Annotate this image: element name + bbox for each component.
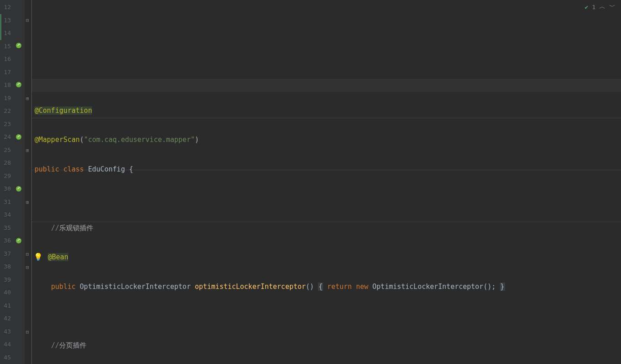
method-separator [32,118,621,118]
fold-expand-icon[interactable]: ⊞ [26,196,29,209]
spring-bean-icon[interactable] [15,237,22,244]
annotation: @Bean [48,253,68,261]
warning-count: 1 [592,4,596,10]
fold-expand-icon[interactable]: ⊞ [26,92,29,106]
class-name: EduConfig [88,165,129,173]
lightbulb-icon[interactable]: 💡 [34,253,43,261]
line-number: 41 [0,299,11,313]
current-line-highlight [32,79,621,92]
line-number: 19 [0,92,11,105]
line-number: 23 [0,118,11,131]
code-line[interactable]: @MapperScan("com.caq.eduservice.mapper") [35,133,621,147]
line-number-gutter: 12 13 14 15 16 17 18 19 22 23 24 25 28 2… [0,0,14,364]
fold-expand-icon[interactable]: ⊞ [26,144,29,157]
line-number: 44 [0,338,11,351]
line-number: 28 [0,157,11,170]
line-number: 31 [0,196,11,209]
code-line[interactable]: //分页插件 [35,339,621,352]
line-number: 38 [0,260,11,273]
line-number: 17 [0,66,11,79]
line-number: 39 [0,273,11,287]
line-number: 42 [0,312,11,325]
line-number: 16 [0,53,11,66]
keyword: public [51,283,80,291]
method-name: optimisticLockerInterceptor [195,283,306,291]
svg-point-2 [16,134,21,140]
svg-point-4 [16,238,21,243]
code-line[interactable]: 💡 @Bean [35,251,621,264]
annotation: @MapperScan [35,136,80,144]
method-separator [32,222,621,222]
code-line[interactable] [35,309,621,323]
chevron-up-icon[interactable]: ︿ [599,3,606,11]
comment: // [51,341,59,349]
line-number: 18 [0,79,11,92]
fold-close-icon[interactable]: ⊟ [26,326,29,339]
line-number: 14 [0,27,11,40]
svg-point-0 [16,43,21,48]
check-icon: ✔ [585,4,588,10]
line-number: 35 [0,222,11,235]
annotation: @Configuration [35,106,92,115]
vcs-change-marker [0,14,1,40]
fold-toggle-icon[interactable]: ⊟ [26,261,29,274]
line-number: 25 [0,144,11,157]
code-line[interactable]: public OptimisticLockerInterceptor optim… [35,280,621,293]
line-number: 43 [0,325,11,339]
spring-bean-icon[interactable] [15,81,22,88]
line-number: 13 [0,14,11,27]
string-literal: "com.caq.eduservice.mapper" [84,136,195,144]
spring-bean-icon[interactable] [15,133,22,141]
spring-bean-icon[interactable] [15,42,22,49]
line-number: 24 [0,131,11,144]
line-number: 22 [0,105,11,118]
line-number: 29 [0,170,11,183]
code-content[interactable]: @Configuration @MapperScan("com.caq.edus… [32,0,621,364]
line-number: 45 [0,351,11,364]
comment: // [51,224,59,232]
svg-point-3 [16,186,21,192]
line-number: 37 [0,248,11,261]
fold-toggle-icon[interactable]: ⊟ [26,248,29,261]
line-number: 36 [0,234,11,248]
inspection-status[interactable]: ✔ 1 ︿ ﹀ [585,3,616,11]
svg-point-1 [16,82,21,87]
line-number: 12 [0,1,11,14]
code-line[interactable] [35,192,621,205]
gutter-icon-strip [14,0,25,364]
chevron-down-icon[interactable]: ﹀ [609,3,616,11]
keyword: public class [35,165,88,173]
code-editor[interactable]: 12 13 14 15 16 17 18 19 22 23 24 25 28 2… [0,0,621,364]
line-number: 30 [0,182,11,196]
fold-toggle-icon[interactable]: ⊟ [26,14,29,27]
code-line[interactable]: //乐观锁插件 [35,222,621,235]
spring-bean-icon[interactable] [15,185,22,192]
line-number: 15 [0,40,11,53]
code-line[interactable]: public class EduConfig { [35,163,621,176]
line-number: 40 [0,286,11,299]
code-line[interactable]: @Configuration [35,104,621,117]
line-number: 34 [0,208,11,222]
fold-gutter: ⊟ ⊞ ⊞ ⊞ ⊟ ⊟ ⊟ [25,0,32,364]
